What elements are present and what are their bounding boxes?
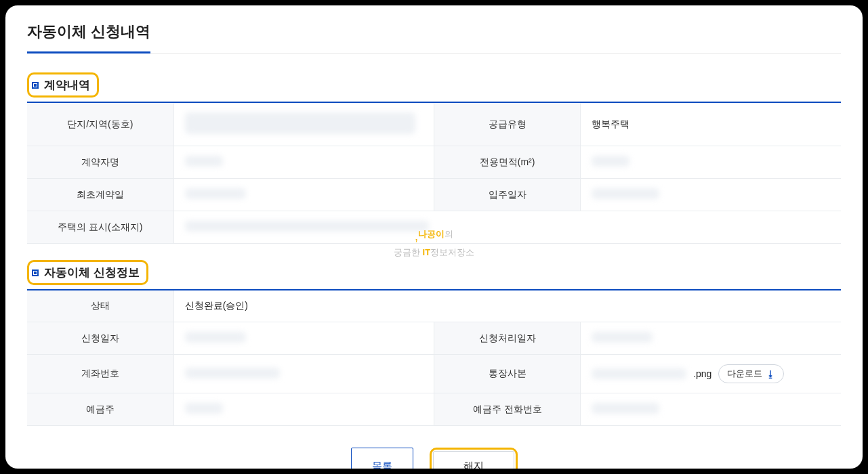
label-account: 계좌번호: [27, 355, 173, 393]
passbook-filename-suffix: .png: [693, 368, 711, 379]
label-status: 상태: [27, 290, 173, 322]
label-movein-date: 입주일자: [434, 179, 580, 211]
label-address: 주택의 표시(소재지): [27, 211, 173, 244]
value-process-date: [581, 322, 841, 355]
apply-table: 상태 신청완료(승인) 신청일자 신청처리일자 계좌번호 통장사본 .png: [27, 290, 841, 426]
download-label: 다운로드: [727, 368, 762, 380]
page-title: 자동이체 신청내역: [27, 22, 150, 53]
value-passbook: .png 다운로드 ⭳: [581, 355, 841, 393]
download-icon: ⭳: [766, 369, 775, 379]
value-area: [581, 146, 841, 179]
download-button[interactable]: 다운로드 ⭳: [718, 364, 784, 383]
section-title-apply: 자동이체 신청정보: [44, 265, 140, 280]
value-contractor: [173, 146, 434, 179]
value-apply-date: [173, 322, 434, 355]
value-account: [173, 355, 434, 393]
value-movein-date: [581, 179, 841, 211]
label-area: 전용면적(m²): [434, 146, 580, 179]
value-address: [173, 211, 841, 244]
label-complex: 단지/지역(동호): [27, 103, 173, 146]
table-row: 주택의 표시(소재지): [27, 211, 841, 244]
value-holder: [173, 393, 434, 426]
section-header-contract: 계약내역: [27, 72, 99, 98]
value-supply-type: 행복주택: [581, 103, 841, 146]
section-marker-icon: [32, 270, 39, 276]
section-divider: 단지/지역(동호) 공급유형 행복주택 계약자명 전용면적(m²) 최초계약일 …: [27, 102, 841, 244]
section-header-apply: 자동이체 신청정보: [27, 260, 148, 285]
table-row: 예금주 예금주 전화번호: [27, 393, 841, 426]
label-holder-phone: 예금주 전화번호: [434, 393, 580, 426]
label-first-contract-date: 최초계약일: [27, 179, 173, 211]
section-divider: 상태 신청완료(승인) 신청일자 신청처리일자 계좌번호 통장사본 .png: [27, 289, 841, 426]
value-complex: [173, 103, 434, 146]
content-card: 자동이체 신청내역 계약내역 단지/지역(동호) 공급유형 행복주택 계약자명 …: [5, 5, 863, 469]
contract-table: 단지/지역(동호) 공급유형 행복주택 계약자명 전용면적(m²) 최초계약일 …: [27, 103, 841, 244]
table-row: 신청일자 신청처리일자: [27, 322, 841, 355]
value-status: 신청완료(승인): [173, 290, 841, 322]
table-row: 최초계약일 입주일자: [27, 179, 841, 211]
cancel-button[interactable]: 해지: [433, 451, 514, 469]
label-passbook: 통장사본: [434, 355, 580, 393]
table-row: 계약자명 전용면적(m²): [27, 146, 841, 179]
label-contractor: 계약자명: [27, 146, 173, 179]
cancel-highlight-box: 해지: [430, 448, 518, 469]
label-supply-type: 공급유형: [434, 103, 580, 146]
section-title-contract: 계약내역: [44, 77, 90, 93]
section-marker-icon: [32, 82, 39, 89]
label-process-date: 신청처리일자: [434, 322, 580, 355]
value-holder-phone: [581, 393, 841, 426]
button-row: 목록 해지: [27, 448, 841, 469]
table-row: 계좌번호 통장사본 .png 다운로드 ⭳: [27, 355, 841, 393]
label-holder: 예금주: [27, 393, 173, 426]
table-row: 상태 신청완료(승인): [27, 290, 841, 322]
label-apply-date: 신청일자: [27, 322, 173, 355]
list-button[interactable]: 목록: [351, 448, 413, 469]
value-first-contract-date: [173, 179, 434, 211]
table-row: 단지/지역(동호) 공급유형 행복주택: [27, 103, 841, 146]
